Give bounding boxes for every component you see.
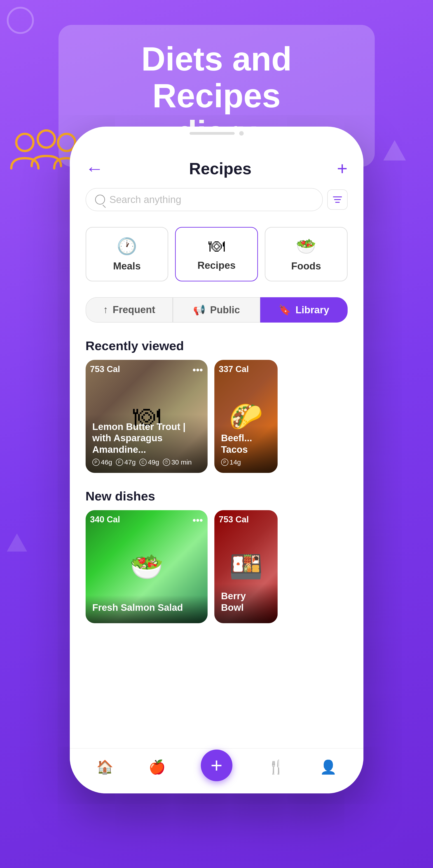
nav-home[interactable]: 🏠 <box>96 759 113 776</box>
protein-icon-2: P <box>221 459 228 466</box>
recipe-card-more-1[interactable]: ••• <box>193 364 203 376</box>
recipe-card-salad[interactable]: 340 Cal ••• Fresh Salmon Salad <box>86 510 208 623</box>
recipe-card-title-4: Berry Bowl <box>221 590 271 613</box>
recipes-icon: 🍽 <box>208 237 225 255</box>
add-button[interactable]: + <box>337 158 347 179</box>
filter-icon <box>333 196 342 203</box>
recipe-card-calories-2: 337 Cal <box>219 364 249 374</box>
tab-foods[interactable]: 🥗 Foods <box>265 227 347 281</box>
recipe-card-overlay-2: Beefl... Tacos P 14g <box>214 426 277 473</box>
recently-viewed-cards: 753 Cal ••• Lemon Butter Trout | with As… <box>70 360 363 487</box>
recipe-card-overlay-3: Fresh Salmon Salad <box>86 595 208 623</box>
recipe-card-meta-1: P 46g F 47g C 49g ⏱ 30 m <box>92 458 201 466</box>
phone-screen: ← Recipes + Search anything 🕐 Meals <box>70 145 363 794</box>
public-icon: 📢 <box>193 304 205 315</box>
tab-meals[interactable]: 🕐 Meals <box>86 227 168 281</box>
recipe-card-title-2: Beefl... Tacos <box>221 432 271 455</box>
protein-value-2: 14g <box>230 458 241 466</box>
recipes-label: Recipes <box>197 260 236 271</box>
top-bar: ← Recipes + <box>70 145 363 188</box>
phone-mockup: ← Recipes + Search anything 🕐 Meals <box>70 127 363 794</box>
filter-line-2 <box>334 199 341 200</box>
recipe-card-title-1: Lemon Butter Trout | with Asparagus Aman… <box>92 421 201 455</box>
new-dishes-cards: 340 Cal ••• Fresh Salmon Salad 753 Cal B… <box>70 510 363 637</box>
recipe-card-lemon-trout[interactable]: 753 Cal ••• Lemon Butter Trout | with As… <box>86 360 208 473</box>
phone-notch-bar <box>190 132 235 135</box>
nav-add-icon: + <box>210 754 223 777</box>
meals-label: Meals <box>113 260 141 272</box>
tab-recipes[interactable]: 🍽 Recipes <box>175 227 258 281</box>
frequent-icon: ↑ <box>103 304 108 315</box>
meta-protein-2: P 14g <box>221 458 241 466</box>
search-icon <box>95 195 105 205</box>
diary-icon: 🍴 <box>268 759 285 775</box>
meta-time-1: ⏱ 30 min <box>163 458 192 466</box>
search-input-wrapper[interactable]: Search anything <box>86 188 323 211</box>
nav-diary[interactable]: 🍴 <box>268 759 285 776</box>
time-value-1: 30 min <box>171 458 192 466</box>
public-label: Public <box>210 304 240 315</box>
recipe-card-calories-4: 753 Cal <box>219 515 249 524</box>
category-tabs: 🕐 Meals 🍽 Recipes 🥗 Foods <box>70 222 363 293</box>
filter-line-1 <box>333 196 342 197</box>
library-icon: 🔖 <box>278 304 291 315</box>
page-title: Recipes <box>189 159 252 178</box>
phone-notch <box>171 127 262 140</box>
search-container: Search anything <box>70 188 363 222</box>
svg-point-0 <box>16 134 33 151</box>
frequent-label: Frequent <box>113 304 155 315</box>
recipe-card-title-3: Fresh Salmon Salad <box>92 602 201 613</box>
recipe-card-calories-3: 340 Cal <box>90 515 120 524</box>
recipe-card-overlay-1: Lemon Butter Trout | with Asparagus Aman… <box>86 414 208 473</box>
filter-pills: ↑ Frequent 📢 Public 🔖 Library <box>70 293 363 336</box>
bg-decoration-circle <box>7 7 34 34</box>
nav-profile[interactable]: 👤 <box>320 759 337 776</box>
nav-add-button[interactable]: + <box>201 749 232 781</box>
carbs-icon: C <box>139 459 146 466</box>
bg-decoration-triangle-1 <box>383 140 406 160</box>
meals-icon: 🕐 <box>117 237 137 256</box>
pill-frequent[interactable]: ↑ Frequent <box>86 297 173 322</box>
new-dishes-title: New dishes <box>70 487 363 510</box>
bg-decoration-triangle-2 <box>7 533 27 552</box>
pill-public[interactable]: 📢 Public <box>173 297 260 322</box>
svg-point-1 <box>38 130 55 148</box>
library-label: Library <box>295 304 329 315</box>
phone-notch-camera <box>239 131 244 135</box>
meta-carbs-1: C 49g <box>139 458 159 466</box>
protein-value-1: 46g <box>101 458 112 466</box>
foods-icon: 🥗 <box>296 237 316 256</box>
profile-icon: 👤 <box>320 759 337 775</box>
foods-label: Foods <box>291 260 321 272</box>
fat-icon: F <box>116 459 123 466</box>
recipe-card-berry[interactable]: 753 Cal Berry Bowl <box>214 510 277 623</box>
recently-viewed-title: Recently viewed <box>70 336 363 360</box>
meta-fat-1: F 47g <box>116 458 136 466</box>
protein-icon: P <box>92 459 100 466</box>
recipe-card-more-3[interactable]: ••• <box>193 515 203 526</box>
nav-food[interactable]: 🍎 <box>148 759 166 776</box>
meta-protein-1: P 46g <box>92 458 112 466</box>
recipe-card-meta-2: P 14g <box>221 458 271 466</box>
home-icon: 🏠 <box>96 759 113 775</box>
time-icon: ⏱ <box>163 459 170 466</box>
users-icon-decoration <box>7 127 79 176</box>
recipe-card-beef-tacos[interactable]: 337 Cal Beefl... Tacos P 14g <box>214 360 277 473</box>
back-button[interactable]: ← <box>86 158 104 179</box>
fat-value-1: 47g <box>125 458 136 466</box>
recipe-card-overlay-4: Berry Bowl <box>214 584 277 623</box>
search-placeholder: Search anything <box>109 194 181 205</box>
bottom-navigation: 🏠 🍎 + 🍴 👤 <box>70 748 363 794</box>
food-icon: 🍎 <box>148 759 166 775</box>
carbs-value-1: 49g <box>148 458 159 466</box>
filter-button[interactable] <box>327 189 347 210</box>
filter-line-3 <box>335 202 340 203</box>
recipe-card-calories-1: 753 Cal <box>90 364 120 374</box>
pill-library[interactable]: 🔖 Library <box>260 297 347 322</box>
